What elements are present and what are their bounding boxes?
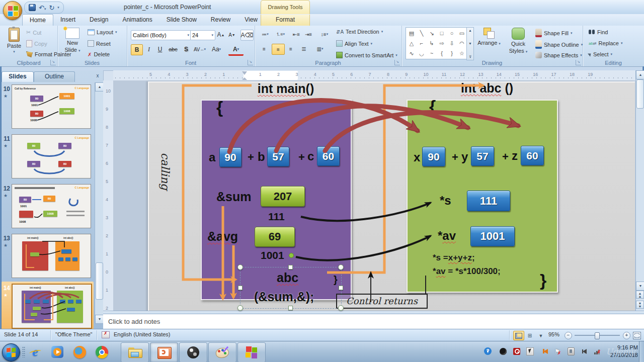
align-text-button[interactable]: Align Text▾ bbox=[336, 40, 372, 47]
gallery-down-icon[interactable]: ▼ bbox=[468, 42, 472, 45]
selection-handle[interactable] bbox=[237, 305, 243, 311]
arrange-button[interactable]: Arrange ▾ bbox=[476, 28, 502, 46]
shape-icon[interactable]: ⌐ bbox=[420, 41, 423, 46]
paragraph-dialog-launcher[interactable]: ↘ bbox=[394, 60, 400, 65]
shape-icon[interactable]: ▭ bbox=[459, 31, 464, 36]
tray-volume-icon[interactable]: ) bbox=[581, 347, 588, 355]
quicklaunch-grip[interactable] bbox=[22, 346, 25, 357]
copy-button[interactable]: Copy bbox=[26, 40, 47, 47]
theme-indicator[interactable]: "Office Theme" bbox=[55, 331, 92, 337]
shapes-gallery[interactable]: ▤╲↘□○▭△⌐↳⇨⇩◠∿◡~{}☆ bbox=[406, 27, 468, 59]
firefox-icon[interactable] bbox=[72, 345, 87, 359]
shape-icon[interactable]: ↘ bbox=[429, 31, 434, 36]
tray-magnifier-icon[interactable] bbox=[513, 347, 520, 355]
tab-review[interactable]: Review bbox=[204, 14, 237, 26]
qat-customize-icon[interactable]: ▾ bbox=[57, 6, 59, 10]
selection-handle[interactable] bbox=[238, 286, 243, 290]
scroll-up-icon[interactable]: ▲ bbox=[636, 70, 644, 79]
tray-volume-orange-icon[interactable] bbox=[540, 347, 547, 355]
scrollbar-thumb[interactable] bbox=[96, 262, 103, 300]
justify-button[interactable]: ☰ bbox=[298, 44, 310, 54]
align-center-button[interactable]: ≡ bbox=[272, 44, 285, 55]
save-icon[interactable] bbox=[29, 4, 36, 11]
shape-fill-button[interactable]: Shape Fill▾ bbox=[535, 29, 572, 37]
undo-icon[interactable]: ↶▾ bbox=[39, 5, 46, 11]
taskbar-explorer-button[interactable] bbox=[121, 342, 149, 362]
slide-thumbnail-12[interactable]: 12 ★ C Language 80 80 1001 1008 1008 bbox=[2, 184, 94, 230]
selection-handle[interactable] bbox=[288, 265, 293, 269]
shape-icon[interactable]: ◡ bbox=[419, 51, 424, 56]
columns-button[interactable]: ▥▾ bbox=[313, 44, 327, 54]
shrink-font-button[interactable]: A▼ bbox=[226, 30, 237, 40]
scrollbar-thumb[interactable] bbox=[636, 79, 644, 109]
office-button[interactable] bbox=[3, 1, 22, 20]
s-pointer-value[interactable]: 111 bbox=[467, 191, 510, 211]
selection-handle[interactable] bbox=[338, 305, 344, 311]
var-z-value[interactable]: 60 bbox=[521, 146, 544, 165]
taskbar-colorapp-button[interactable] bbox=[237, 342, 266, 362]
font-family-combo[interactable]: Calibri (Body)▾ bbox=[131, 30, 191, 40]
tab-slides[interactable]: Slides bbox=[2, 71, 34, 82]
selection-handle[interactable] bbox=[288, 306, 293, 310]
slide-thumbnail-14[interactable]: 14 ★ int main() int abc() bbox=[2, 284, 94, 330]
tray-action-center-icon[interactable]: ⚑ ✗ bbox=[553, 347, 561, 355]
tray-network-icon[interactable]: ✗ bbox=[594, 347, 601, 355]
tab-home[interactable]: Home bbox=[22, 14, 53, 26]
shape-icon[interactable]: ∿ bbox=[409, 51, 414, 56]
strikethrough-button[interactable]: abc bbox=[166, 44, 180, 54]
shape-icon[interactable]: ⇩ bbox=[449, 41, 454, 46]
font-dialog-launcher[interactable]: ↘ bbox=[248, 60, 253, 65]
indent-marker-bottom[interactable] bbox=[242, 75, 247, 80]
avg-value[interactable]: 69 bbox=[255, 227, 295, 247]
reset-button[interactable]: Reset bbox=[88, 40, 111, 47]
cut-button[interactable]: ✂Cut bbox=[26, 29, 41, 36]
slide-sorter-button[interactable]: ⊞ bbox=[524, 331, 535, 340]
slide-thumbnail-11[interactable]: 11 ★ C Language 80 80 80 80 bbox=[2, 134, 94, 180]
fit-to-window-button[interactable] bbox=[633, 332, 641, 339]
font-size-combo[interactable]: 24▾ bbox=[190, 30, 215, 40]
av-pointer-value[interactable]: 1001 bbox=[470, 226, 515, 246]
chrome-icon[interactable] bbox=[95, 345, 109, 359]
shape-icon[interactable]: ~ bbox=[430, 51, 433, 56]
selection-handle[interactable] bbox=[339, 286, 343, 290]
character-spacing-button[interactable]: AV↔▾ bbox=[192, 44, 207, 54]
start-button[interactable] bbox=[2, 343, 20, 361]
right-function-title[interactable]: int abc () bbox=[439, 81, 535, 96]
tab-design[interactable]: Design bbox=[83, 14, 115, 26]
shape-icon[interactable]: ◠ bbox=[459, 41, 464, 46]
taskbar-obs-button[interactable] bbox=[179, 342, 207, 362]
drawing-dialog-launcher[interactable]: ↘ bbox=[576, 60, 581, 65]
gallery-more-icon[interactable]: ⊽ bbox=[469, 55, 471, 59]
decrease-indent-button[interactable]: ⇤≡ bbox=[291, 29, 302, 39]
calling-label[interactable]: calling bbox=[158, 136, 172, 207]
find-button[interactable]: Find bbox=[589, 29, 608, 35]
change-case-button[interactable]: Aa▾ bbox=[209, 44, 223, 54]
zoom-in-button[interactable]: + bbox=[623, 332, 630, 339]
tab-outline[interactable]: Outline bbox=[34, 71, 75, 82]
shape-icon[interactable]: ▤ bbox=[409, 31, 414, 36]
shape-icon[interactable]: △ bbox=[410, 41, 414, 46]
shape-icon[interactable]: ○ bbox=[450, 31, 454, 36]
slide-thumbnail-13[interactable]: 13 ★ int main() int abc() bbox=[2, 234, 94, 280]
next-slide-button[interactable]: ▼▼ bbox=[636, 301, 644, 309]
show-desktop-button[interactable] bbox=[639, 341, 644, 362]
shape-icon[interactable]: □ bbox=[440, 31, 444, 36]
tray-help-icon[interactable]: ? bbox=[484, 347, 492, 355]
left-function-title[interactable]: int main() bbox=[238, 81, 334, 96]
zoom-slider-thumb[interactable] bbox=[595, 332, 600, 339]
text-direction-button[interactable]: ⇵A Text Direction▾ bbox=[336, 29, 383, 35]
layout-button[interactable]: Layout▾ bbox=[88, 29, 117, 35]
tab-format[interactable]: Format bbox=[261, 15, 310, 26]
slideshow-button[interactable]: ▼ bbox=[535, 331, 546, 340]
underline-button[interactable]: U bbox=[155, 44, 165, 54]
shape-icon[interactable]: ↳ bbox=[429, 41, 434, 46]
shape-outline-button[interactable]: Shape Outline▾ bbox=[535, 40, 583, 49]
quick-styles-button[interactable]: Quick Styles ▾ bbox=[504, 28, 532, 54]
shape-icon[interactable]: ╲ bbox=[420, 31, 424, 36]
main-scrollbar[interactable]: ▲ ▼ ▲▲ ▼▼ bbox=[635, 70, 644, 311]
notes-pane[interactable]: Click to add notes bbox=[103, 314, 644, 329]
language-indicator[interactable]: English (United States) bbox=[114, 331, 171, 337]
panel-close-button[interactable]: x bbox=[94, 72, 101, 79]
scroll-down-icon[interactable]: ▼ bbox=[636, 282, 644, 291]
clear-formatting-button[interactable]: A⌫ bbox=[240, 30, 254, 41]
